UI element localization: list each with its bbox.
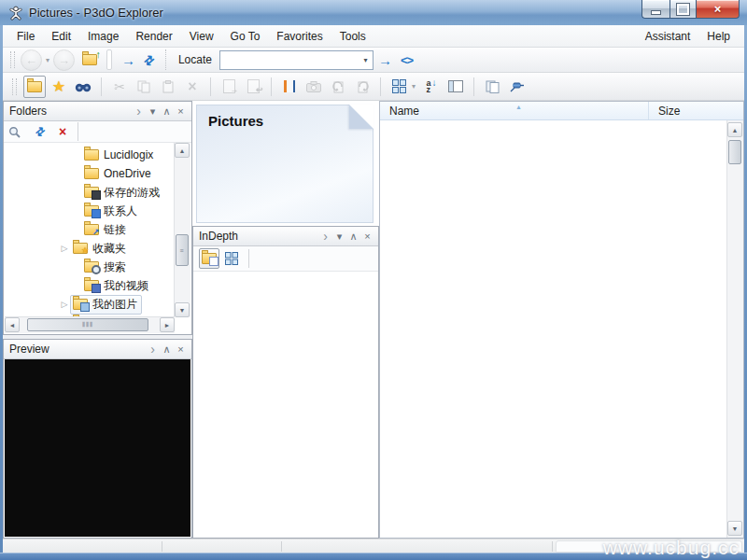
scroll-right-button[interactable]: ► bbox=[160, 317, 175, 332]
back-button[interactable]: ← bbox=[21, 49, 42, 71]
scroll-up-button[interactable]: ▲ bbox=[727, 122, 742, 137]
favorites-button[interactable]: ★ bbox=[48, 76, 70, 98]
scroll-left-button[interactable]: ◄ bbox=[5, 317, 20, 332]
menu-render[interactable]: Render bbox=[127, 27, 180, 46]
folders-toggle-button[interactable] bbox=[23, 76, 46, 98]
status-divider bbox=[162, 541, 162, 552]
column-header-size[interactable]: Size bbox=[649, 102, 743, 119]
menu-view[interactable]: View bbox=[181, 27, 222, 46]
panel-close-button[interactable]: × bbox=[174, 105, 188, 117]
scrollbar-thumb[interactable] bbox=[728, 140, 741, 164]
tree-vertical-scrollbar[interactable]: ▲ ≡ ▼ bbox=[174, 143, 190, 317]
tree-item-search[interactable]: 搜索 bbox=[70, 258, 131, 276]
minimize-button[interactable] bbox=[641, 0, 669, 19]
toolbar-grip[interactable] bbox=[12, 78, 17, 95]
panel-collapse-button[interactable]: ∧ bbox=[346, 231, 360, 243]
list-vertical-scrollbar[interactable]: ▲ ▼ bbox=[726, 120, 743, 538]
folder-tree: Lucidlogix OneDrive 保存的游戏 bbox=[5, 143, 175, 317]
panel-collapse-button[interactable]: ∧ bbox=[160, 343, 174, 356]
tree-item-onedrive[interactable]: OneDrive bbox=[70, 164, 156, 183]
indepth-folder-view-button[interactable] bbox=[199, 248, 219, 269]
tags-button[interactable]: <> bbox=[401, 53, 413, 67]
cut-button[interactable]: ✂ bbox=[108, 76, 131, 98]
up-folder-button[interactable]: ↑ bbox=[78, 49, 101, 71]
forward-button[interactable]: → bbox=[53, 49, 75, 71]
locate-combobox[interactable]: ▾ bbox=[219, 50, 374, 70]
copy-path-button[interactable] bbox=[481, 76, 503, 98]
back-history-dropdown[interactable]: ▾ bbox=[46, 56, 49, 64]
expand-arrow-icon[interactable]: ▷ bbox=[59, 244, 70, 253]
menu-goto[interactable]: Go To bbox=[222, 27, 269, 46]
search-button[interactable] bbox=[72, 76, 94, 98]
close-button[interactable]: × bbox=[697, 0, 740, 19]
export-file-button[interactable]: → bbox=[218, 76, 240, 98]
tree-search-button[interactable] bbox=[8, 126, 27, 138]
expand-arrow-icon[interactable]: ▷ bbox=[59, 300, 70, 309]
scroll-down-button[interactable]: ▼ bbox=[727, 521, 742, 536]
tree-item-lucidlogix[interactable]: Lucidlogix bbox=[70, 146, 158, 164]
scroll-down-button[interactable]: ▼ bbox=[175, 302, 190, 317]
sort-button[interactable]: a↓ z bbox=[420, 76, 443, 98]
rotate-left-icon bbox=[331, 80, 345, 93]
column-header-name[interactable]: Name ▲ bbox=[380, 102, 649, 119]
tree-clear-button[interactable]: × bbox=[53, 124, 72, 139]
indepth-panel-header: InDepth › ▾ ∧ × bbox=[193, 227, 378, 246]
panel-chevron-icon[interactable]: › bbox=[318, 229, 332, 244]
browse-book-button[interactable] bbox=[278, 76, 301, 98]
scrollbar-thumb[interactable]: ≡ bbox=[176, 234, 189, 266]
panel-chevron-icon[interactable]: › bbox=[132, 104, 146, 119]
preview-panel-header: Preview › ∧ × bbox=[4, 340, 191, 359]
toolbar-grip[interactable] bbox=[10, 51, 15, 68]
menu-edit[interactable]: Edit bbox=[43, 27, 79, 46]
panel-close-button[interactable]: × bbox=[174, 343, 188, 355]
tree-refresh-button[interactable]: ⇄ bbox=[29, 120, 51, 143]
maximize-button[interactable] bbox=[669, 0, 697, 19]
menu-assistant[interactable]: Assistant bbox=[637, 27, 699, 46]
tree-item-saved-games[interactable]: 保存的游戏 bbox=[70, 183, 164, 202]
revert-file-button[interactable]: ↩ bbox=[242, 76, 264, 98]
scroll-up-button[interactable]: ▲ bbox=[175, 143, 190, 158]
menu-favorites[interactable]: Favorites bbox=[268, 27, 331, 46]
tree-horizontal-scrollbar[interactable]: ◄ ⦀⦀⦀ ► bbox=[5, 316, 175, 333]
scrollbar-thumb[interactable]: ⦀⦀⦀ bbox=[27, 318, 148, 331]
tree-item-contacts[interactable]: 联系人 bbox=[70, 202, 142, 220]
go-arrow-button[interactable]: → bbox=[121, 52, 135, 68]
menu-tools[interactable]: Tools bbox=[331, 27, 374, 46]
menu-file[interactable]: File bbox=[8, 27, 43, 46]
rotate-left-button[interactable] bbox=[327, 76, 349, 98]
tree-item-links[interactable]: ↗ 链接 bbox=[70, 220, 131, 239]
toolbar-handle[interactable] bbox=[106, 49, 112, 70]
refresh-button[interactable]: ⇄ bbox=[140, 51, 157, 69]
panel-menu-dropdown[interactable]: ▾ bbox=[332, 231, 346, 243]
file-list-body[interactable] bbox=[380, 120, 727, 538]
view-mode-dropdown[interactable]: ▾ bbox=[412, 82, 416, 91]
tree-item-favorites[interactable]: ▷ ★ 收藏夹 bbox=[59, 239, 131, 258]
file-list: Name ▲ Size ▲ ▼ bbox=[379, 101, 744, 539]
panel-menu-dropdown[interactable]: ▾ bbox=[146, 105, 160, 118]
tree-item-my-videos[interactable]: 我的视频 bbox=[70, 276, 153, 295]
binoculars-icon bbox=[75, 80, 92, 92]
split-view-button[interactable] bbox=[444, 76, 467, 98]
panel-chevron-icon[interactable]: › bbox=[146, 342, 160, 357]
panel-collapse-button[interactable]: ∧ bbox=[160, 105, 174, 118]
indepth-thumbnails-button[interactable] bbox=[221, 248, 242, 269]
view-mode-button[interactable] bbox=[388, 76, 410, 98]
folders-icon bbox=[27, 81, 42, 92]
rotate-right-button[interactable] bbox=[351, 76, 374, 98]
camera-button[interactable] bbox=[303, 76, 325, 98]
menu-help[interactable]: Help bbox=[698, 27, 739, 46]
pin-button[interactable] bbox=[505, 76, 528, 98]
menu-image[interactable]: Image bbox=[79, 27, 127, 46]
delete-button[interactable]: × bbox=[181, 76, 204, 98]
current-folder-title: Pictures bbox=[208, 113, 263, 129]
tree-item-my-pictures[interactable]: ▷ 我的图片 bbox=[59, 295, 142, 314]
panel-close-button[interactable]: × bbox=[360, 231, 374, 242]
sort-ascending-icon: ▲ bbox=[515, 104, 522, 110]
folders-panel-toolbar: ⇄ × bbox=[4, 121, 191, 143]
toolbar-separator bbox=[271, 77, 272, 96]
locate-dropdown-icon[interactable]: ▾ bbox=[359, 56, 373, 64]
locate-go-button[interactable]: → bbox=[378, 52, 392, 68]
menu-bar: File Edit Image Render View Go To Favori… bbox=[3, 25, 744, 48]
copy-button[interactable] bbox=[133, 76, 155, 98]
paste-button[interactable] bbox=[157, 76, 179, 98]
